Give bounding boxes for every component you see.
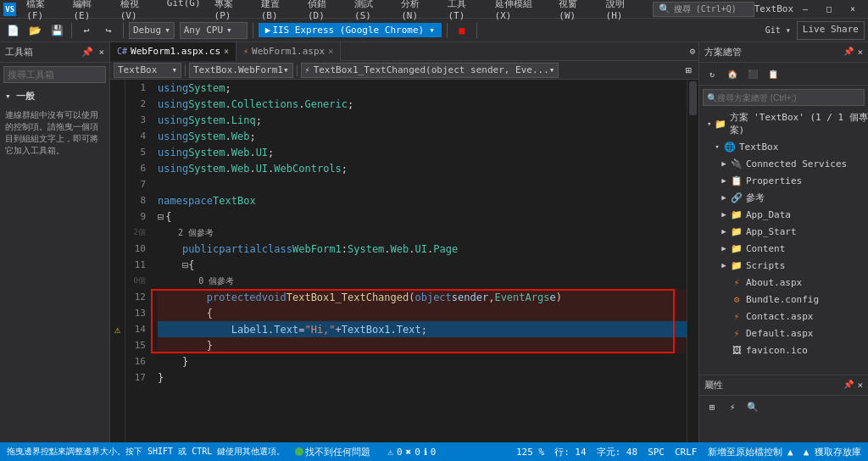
- debug-config-dropdown[interactable]: Debug ▾: [129, 22, 175, 39]
- method-dropdown[interactable]: ⚡ TextBox1_TextChanged(object sender, Ev…: [301, 63, 559, 78]
- tree-scripts[interactable]: ▶ 📁 Scripts: [699, 257, 868, 274]
- toolbox-title: 工具箱: [5, 46, 33, 58]
- tree-about-aspx[interactable]: ▶ ⚡ About.aspx: [699, 274, 868, 291]
- se-header: 方案總管 📌 ×: [699, 42, 868, 63]
- expand-props-icon[interactable]: ▶: [718, 176, 730, 185]
- code-content[interactable]: using System; using System.Collections.G…: [151, 80, 687, 442]
- menu-build[interactable]: 建置(B): [254, 0, 301, 23]
- toolbox-search[interactable]: [3, 66, 106, 83]
- tab-webform1-cs[interactable]: C# WebForm1.aspx.cs ×: [110, 42, 236, 61]
- expand-appstart-icon[interactable]: ▶: [718, 227, 730, 236]
- search-bar[interactable]: 🔍 搜尋 (Ctrl+Q): [653, 2, 754, 17]
- toolbox-search-input[interactable]: [8, 69, 102, 80]
- code-line-9: ⊟{: [158, 208, 687, 225]
- solution-icon: 📁: [715, 117, 726, 131]
- tree-connected-services[interactable]: ▶ 🔌 Connected Services: [699, 155, 868, 172]
- expand-scripts-icon[interactable]: ▶: [718, 261, 730, 269]
- props-btn-1[interactable]: ⊞: [703, 397, 721, 416]
- code-line-17: }: [158, 369, 687, 386]
- menu-view[interactable]: 檢視(V): [114, 0, 160, 23]
- toolbar-sep-2: [123, 23, 124, 38]
- fold-11[interactable]: ⊟: [182, 259, 188, 271]
- se-btn-4[interactable]: 📋: [764, 64, 782, 83]
- status-ok-section: 找不到任何問題: [295, 446, 370, 458]
- redo-button[interactable]: ↪: [99, 21, 118, 40]
- scrollbar-thumb[interactable]: [689, 81, 697, 115]
- se-btn-3[interactable]: ⬛: [743, 64, 762, 83]
- tree-content[interactable]: ▶ 📁 Content: [699, 240, 868, 257]
- menu-edit[interactable]: 編輯(E): [66, 0, 113, 23]
- menu-window[interactable]: 視窗(W): [552, 0, 598, 23]
- tree-default-aspx[interactable]: ▶ ⚡ Default.aspx: [699, 325, 868, 342]
- live-share-button[interactable]: Live Share: [797, 21, 865, 40]
- appstart-label: App_Start: [746, 226, 797, 237]
- menu-project[interactable]: 專案(P): [208, 0, 254, 23]
- stop-button[interactable]: ■: [453, 21, 471, 40]
- tree-app-data[interactable]: ▶ 📁 App_Data: [699, 206, 868, 223]
- tree-bundle-config[interactable]: ▶ ⚙ Bundle.config: [699, 291, 868, 308]
- expand-solution-icon[interactable]: ▾: [704, 119, 715, 128]
- pin-icon[interactable]: 📌: [843, 47, 854, 58]
- menu-help[interactable]: 說明(H): [599, 0, 646, 23]
- menu-file[interactable]: 檔案(F): [19, 0, 66, 23]
- minimap[interactable]: [687, 80, 698, 442]
- line-num-15: 15: [125, 337, 151, 353]
- code-line-12: protected void TextBox1_TextChanged(obje…: [158, 289, 687, 305]
- expand-refs-icon[interactable]: ▶: [718, 193, 730, 202]
- se-search-input[interactable]: [717, 93, 860, 103]
- new-project-button[interactable]: 📄: [3, 21, 22, 40]
- expand-content-icon[interactable]: ▶: [718, 244, 730, 253]
- close-se-icon[interactable]: ×: [857, 47, 863, 58]
- content-label: Content: [746, 243, 785, 254]
- status-source-control[interactable]: 新增至原始檔控制 ▲: [708, 446, 793, 458]
- pin-icon[interactable]: 📌: [843, 380, 854, 391]
- expand-cs-icon[interactable]: ▶: [718, 159, 730, 168]
- se-btn-1[interactable]: ↻: [703, 64, 721, 83]
- open-button[interactable]: 📂: [25, 21, 44, 40]
- git-button[interactable]: Git ▾: [761, 21, 795, 40]
- run-button[interactable]: ▶ IIS Express (Google Chrome) ▾: [259, 23, 442, 37]
- menu-git[interactable]: Git(G): [160, 0, 208, 23]
- save-button[interactable]: 💾: [47, 21, 66, 40]
- minimize-button[interactable]: —: [793, 0, 817, 19]
- tab-webform1-aspx[interactable]: ⚡ WebForm1.aspx ×: [236, 42, 341, 61]
- close-button[interactable]: ×: [841, 0, 865, 19]
- right-panel: 方案總管 📌 × ↻ 🏠 ⬛ 📋 🔍: [698, 42, 868, 442]
- menu-tools[interactable]: 工具(T): [441, 0, 487, 23]
- tree-contact-aspx[interactable]: ▶ ⚡ Contact.aspx: [699, 308, 868, 325]
- about-aspx-icon: ⚡: [730, 275, 743, 289]
- expand-appdata-icon[interactable]: ▶: [718, 210, 730, 219]
- close-props-icon[interactable]: ×: [857, 380, 863, 391]
- undo-button[interactable]: ↩: [77, 21, 96, 40]
- menu-debug[interactable]: 偵錯(D): [301, 0, 348, 23]
- tree-project[interactable]: ▾ 🌐 TextBox: [699, 138, 868, 155]
- tree-app-start[interactable]: ▶ 📁 App_Start: [699, 223, 868, 240]
- expand-panel-button[interactable]: ⊞: [682, 64, 695, 76]
- pin-icon[interactable]: 📌: [81, 47, 93, 58]
- tab-close-cs[interactable]: ×: [224, 47, 229, 56]
- tree-favicon[interactable]: ▶ 🖼 favicon.ico: [699, 342, 868, 358]
- menu-analyze[interactable]: 分析(N): [394, 0, 441, 23]
- expand-project-icon[interactable]: ▾: [711, 142, 723, 151]
- namespace-dropdown[interactable]: TextBox.WebForm1 ▾: [189, 63, 293, 78]
- maximize-button[interactable]: □: [817, 0, 841, 19]
- toolbar-sep-3: [253, 23, 253, 38]
- menu-test[interactable]: 測試(S): [348, 0, 394, 23]
- tab-options-button[interactable]: ⚙: [686, 46, 698, 57]
- props-btn-3[interactable]: 🔍: [743, 397, 762, 416]
- class-dropdown[interactable]: TextBox ▾: [114, 63, 181, 78]
- fold-9[interactable]: ⊟: [158, 211, 164, 223]
- tree-solution[interactable]: ▾ 📁 方案 'TextBox' (1 / 1 個專案): [699, 109, 868, 138]
- tree-properties[interactable]: ▶ 📋 Properties: [699, 172, 868, 189]
- menu-extensions[interactable]: 延伸模組(X): [488, 0, 553, 23]
- tab-close-aspx[interactable]: ×: [328, 47, 333, 56]
- se-btn-2[interactable]: 🏠: [723, 64, 742, 83]
- props-btn-2[interactable]: ⚡: [723, 397, 742, 416]
- cpu-config-dropdown[interactable]: Any CPU ▾: [180, 22, 248, 39]
- close-toolbox-icon[interactable]: ×: [98, 47, 104, 58]
- warning-icon: ⚠: [387, 447, 393, 458]
- se-search-box[interactable]: 🔍: [703, 89, 865, 106]
- connected-services-icon: 🔌: [730, 157, 743, 170]
- status-repo[interactable]: ▲ 獲取存放庫: [804, 446, 861, 458]
- tree-references[interactable]: ▶ 🔗 參考: [699, 189, 868, 206]
